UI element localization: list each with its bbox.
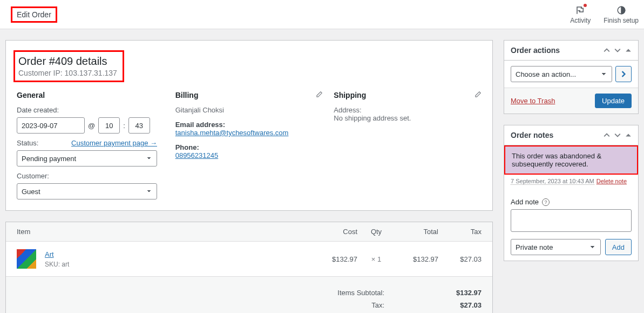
items-panel: Item Cost Qty Total Tax Art SKU: art $13… (5, 222, 493, 313)
date-created-label: Date created: (17, 106, 165, 114)
chevron-down-icon[interactable] (614, 47, 621, 54)
update-button[interactable]: Update (595, 94, 632, 108)
billing-name: Gitanjali Choksi (175, 106, 323, 114)
chevron-up-icon[interactable] (604, 132, 610, 138)
item-total: $132.97 (395, 255, 438, 263)
customer-select[interactable]: Guest (17, 183, 157, 199)
order-notes-title: Order notes (511, 131, 553, 139)
col-total: Total (395, 228, 438, 236)
customer-label: Customer: (17, 172, 165, 180)
item-cost: $132.97 (314, 255, 357, 263)
customer-payment-link[interactable]: Customer payment page → (71, 139, 157, 147)
order-actions-title: Order actions (511, 46, 560, 55)
status-label: Status: (17, 139, 38, 147)
item-tax: $27.03 (438, 255, 482, 263)
note-bubble: This order was abandoned & subsequently … (504, 145, 638, 175)
delete-note-link[interactable]: Delete note (596, 178, 627, 184)
item-qty: × 1 (357, 255, 395, 263)
email-label: Email address: (175, 121, 323, 129)
caret-up-icon[interactable] (625, 132, 632, 138)
phone-label: Phone: (175, 143, 323, 151)
circle-half-icon (616, 5, 627, 16)
item-row: Art SKU: art $132.97 × 1 $132.97 $27.03 (6, 242, 492, 276)
caret-up-icon[interactable] (625, 47, 632, 54)
order-actions-box: Order actions Choose an action... (504, 40, 639, 114)
activity-button[interactable]: Activity (570, 5, 591, 24)
note-textarea[interactable] (511, 209, 632, 232)
chevron-down-icon[interactable] (614, 132, 621, 138)
chevron-up-icon[interactable] (604, 47, 610, 54)
note-timestamp: 7 September, 2023 at 10:43 AM (511, 178, 594, 185)
order-details-panel: Order #409 details Customer IP: 103.137.… (5, 40, 493, 211)
billing-email-link[interactable]: tanisha.mehta@tychesoftwares.com (175, 129, 289, 137)
add-note-label: Add note (511, 198, 539, 206)
billing-phone-link[interactable]: 08956231245 (175, 151, 219, 159)
order-header: Order #409 details Customer IP: 103.137.… (13, 50, 124, 82)
order-notes-box: Order notes This order was abandoned & s… (504, 125, 639, 261)
action-select[interactable]: Choose an action... (511, 66, 612, 82)
shipping-address-label: Address: (334, 106, 482, 114)
col-item: Item (17, 228, 314, 236)
customer-ip: Customer IP: 103.137.31.137 (18, 69, 117, 77)
move-to-trash-link[interactable]: Move to Trash (511, 97, 555, 105)
date-input[interactable] (17, 117, 85, 134)
help-icon[interactable]: ? (542, 198, 550, 206)
topbar-actions: Activity Finish setup (570, 5, 639, 24)
status-select[interactable]: Pending payment (17, 150, 157, 167)
billing-heading: Billing (175, 91, 323, 99)
flag-icon (575, 5, 586, 16)
general-heading: General (17, 91, 165, 99)
add-note-button[interactable]: Add (605, 239, 632, 255)
minute-input[interactable] (128, 117, 150, 134)
top-bar: Edit Order Activity Finish setup (0, 0, 644, 29)
notification-dot (584, 4, 587, 7)
product-thumbnail (17, 249, 36, 269)
general-column: General Date created: @ : Status: Custom… (17, 91, 165, 199)
page-title: Edit Order (11, 6, 57, 23)
shipping-heading: Shipping (334, 91, 482, 99)
product-name-link[interactable]: Art (45, 250, 54, 258)
items-header-row: Item Cost Qty Total Tax (6, 222, 492, 242)
order-totals: Items Subtotal:$132.97 Tax:$27.03 Order … (6, 276, 492, 313)
hour-input[interactable] (98, 117, 120, 134)
edit-shipping-icon[interactable] (474, 91, 482, 98)
col-cost: Cost (314, 228, 357, 236)
shipping-none: No shipping address set. (334, 114, 482, 122)
finish-setup-button[interactable]: Finish setup (604, 5, 639, 24)
shipping-column: Shipping Address: No shipping address se… (334, 91, 482, 199)
note-type-select[interactable]: Private note (511, 239, 601, 255)
edit-billing-icon[interactable] (315, 91, 323, 98)
col-tax: Tax (438, 228, 482, 236)
billing-column: Billing Gitanjali Choksi Email address: … (175, 91, 323, 199)
col-qty: Qty (357, 228, 395, 236)
order-title: Order #409 details (18, 55, 117, 68)
apply-action-button[interactable] (615, 66, 632, 82)
